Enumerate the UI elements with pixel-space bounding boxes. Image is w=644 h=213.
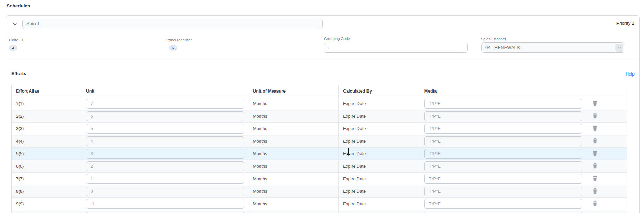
effort-alias-cell — [12, 210, 81, 213]
unit-input[interactable] — [86, 149, 244, 159]
unit-of-measure-cell: Months — [249, 148, 339, 160]
effort-alias-cell: 7(7) — [12, 173, 81, 185]
unit-input[interactable] — [86, 187, 244, 196]
efforts-title: Efforts — [11, 71, 26, 76]
schedule-card-header: Priority 1 — [6, 16, 639, 32]
calculated-by-cell: Expire Date — [339, 185, 419, 197]
sales-channel-label: Sales Channel — [481, 37, 506, 41]
media-input[interactable] — [424, 174, 582, 184]
unit-cell — [81, 173, 249, 185]
schedule-card: Priority 1 Code ID A Panel Identifier R … — [6, 15, 640, 213]
unit-of-measure-cell: Months — [249, 198, 339, 210]
unit-cell — [81, 185, 249, 197]
trash-icon — [593, 127, 597, 132]
unit-input[interactable] — [86, 124, 244, 134]
unit-of-measure-cell: Months — [249, 160, 339, 172]
media-cell — [419, 135, 627, 147]
effort-alias-cell: 6(6) — [12, 160, 81, 172]
effort-alias-cell: 3(3) — [12, 123, 81, 135]
column-header-unit: Unit — [81, 85, 249, 97]
unit-input[interactable] — [86, 111, 244, 121]
panel-identifier-badge: R — [169, 45, 177, 51]
calculated-by-cell: Expire Date — [339, 123, 419, 135]
code-id-label: Code ID — [9, 38, 23, 42]
delete-row-button[interactable] — [592, 175, 598, 182]
unit-input[interactable] — [86, 161, 244, 171]
media-cell — [419, 148, 627, 160]
table-row: 9(9) Months Expire Date — [12, 198, 627, 210]
unit-of-measure-cell: Months — [249, 123, 339, 135]
efforts-table-header: Effort Alias Unit Unit of Measure Calcul… — [12, 85, 627, 97]
unit-of-measure-cell: Months — [249, 110, 339, 122]
media-input[interactable] — [424, 161, 582, 171]
panel-identifier-label: Panel Identifier — [166, 38, 192, 42]
delete-row-button[interactable] — [592, 200, 598, 207]
calculated-by-cell: Expire Date — [339, 160, 419, 172]
efforts-table-body: 1(1) Months Expire Date 2( — [12, 97, 627, 213]
unit-cell — [81, 110, 249, 122]
delete-row-button[interactable] — [592, 113, 598, 120]
table-row: 5(5) Months Expire Date — [12, 148, 627, 160]
media-cell — [419, 185, 627, 197]
unit-input[interactable] — [86, 99, 244, 109]
column-header-effort-alias: Effort Alias — [12, 85, 81, 97]
grouping-code-input[interactable] — [324, 43, 468, 53]
unit-cell — [81, 160, 249, 172]
media-cell — [419, 210, 627, 213]
media-cell — [419, 123, 627, 135]
trash-icon — [593, 102, 597, 107]
media-input[interactable] — [424, 124, 582, 134]
table-row: 3(3) Months Expire Date — [12, 123, 627, 135]
media-input[interactable] — [424, 136, 582, 146]
help-link[interactable]: Help — [626, 72, 635, 77]
effort-alias-cell: 4(4) — [12, 135, 81, 147]
unit-of-measure-cell: Months — [249, 97, 339, 110]
calculated-by-cell: Expire Date — [339, 148, 419, 160]
table-row: 1(1) Months Expire Date — [12, 97, 627, 110]
delete-row-button[interactable] — [592, 100, 598, 107]
chevron-down-icon — [615, 44, 623, 52]
collapse-toggle-button[interactable] — [12, 21, 18, 27]
unit-input[interactable] — [86, 212, 244, 213]
sales-channel-select[interactable]: 04 - RENEWALS — [481, 42, 624, 53]
chevron-down-icon — [12, 22, 18, 27]
media-input[interactable] — [424, 212, 582, 213]
media-input[interactable] — [424, 99, 582, 109]
media-cell — [419, 160, 627, 172]
unit-of-measure-cell: Months — [249, 135, 339, 147]
unit-input[interactable] — [86, 199, 244, 209]
unit-cell — [81, 210, 249, 213]
table-row — [12, 210, 627, 213]
unit-input[interactable] — [86, 136, 244, 146]
delete-row-button[interactable] — [592, 150, 598, 157]
efforts-table: Effort Alias Unit Unit of Measure Calcul… — [11, 85, 627, 213]
sales-channel-value: 04 - RENEWALS — [485, 45, 520, 50]
media-input[interactable] — [424, 149, 582, 159]
trash-icon — [593, 177, 597, 182]
unit-cell — [81, 135, 249, 147]
text-cursor — [347, 148, 350, 155]
media-input[interactable] — [424, 187, 582, 196]
delete-row-button[interactable] — [592, 125, 598, 132]
unit-cell — [81, 148, 249, 160]
media-input[interactable] — [424, 111, 582, 121]
grouping-code-label: Grouping Code — [324, 37, 350, 41]
calculated-by-cell: Expire Date — [339, 198, 419, 210]
priority-label: Priority 1 — [616, 21, 634, 26]
media-cell — [419, 173, 627, 185]
column-header-unit-of-measure: Unit of Measure — [249, 85, 339, 97]
media-cell — [419, 198, 627, 210]
calculated-by-cell: Expire Date — [339, 110, 419, 122]
media-input[interactable] — [424, 199, 582, 209]
delete-row-button[interactable] — [592, 163, 598, 170]
schedule-name-input[interactable] — [22, 19, 323, 29]
delete-row-button[interactable] — [592, 188, 598, 195]
schedule-fields: Code ID A Panel Identifier R Grouping Co… — [6, 32, 639, 61]
trash-icon — [593, 152, 597, 157]
unit-input[interactable] — [86, 174, 244, 184]
calculated-by-cell: Expire Date — [339, 97, 419, 110]
table-row: 7(7) Months Expire Date — [12, 173, 627, 185]
effort-alias-cell: 1(1) — [12, 97, 81, 110]
delete-row-button[interactable] — [592, 138, 598, 145]
trash-icon — [593, 115, 597, 120]
